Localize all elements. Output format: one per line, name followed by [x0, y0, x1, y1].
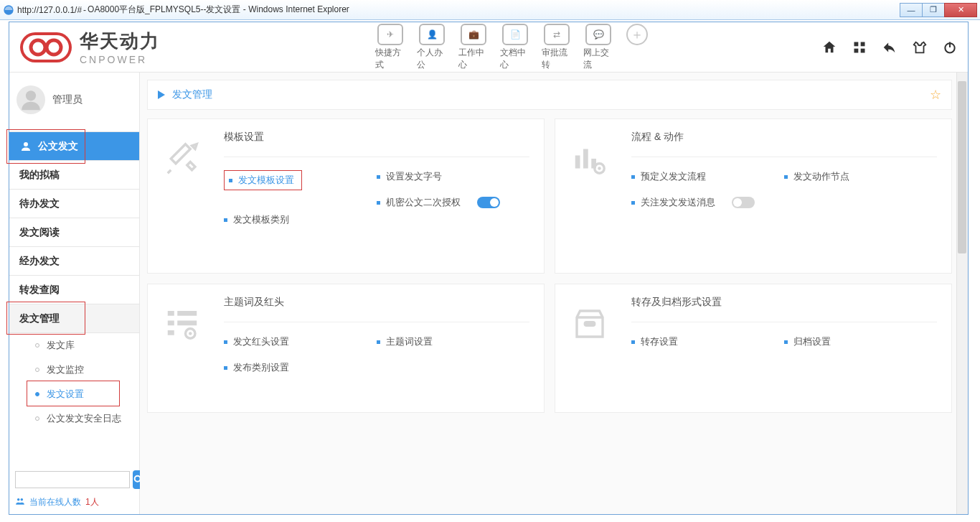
people-icon	[15, 496, 25, 508]
online-count: 当前在线人数 1人	[15, 496, 133, 508]
nav-item-manage[interactable]: 发文管理	[9, 304, 139, 333]
logo: 华天动力 CNPOWER	[19, 29, 160, 65]
topnav-personal[interactable]: 👤 个人办公	[417, 24, 447, 71]
window-url: http://127.0.0.1/#	[17, 5, 82, 15]
circle-icon	[35, 416, 39, 421]
avatar[interactable]	[17, 85, 45, 114]
toggle-off[interactable]	[732, 197, 755, 208]
nav-item-forward[interactable]: 转发查阅	[9, 276, 139, 304]
nav-item-todo[interactable]: 待办发文	[9, 190, 139, 218]
svg-rect-26	[168, 330, 174, 335]
card-process: 流程 & 动作 预定义发文流程 关注发文发送消息 发文动作节点	[555, 118, 952, 274]
link-template-category[interactable]: 发文模板类别	[224, 213, 377, 226]
tools-icon	[148, 119, 217, 273]
subnav-item-security[interactable]: 公文发文安全日志	[9, 406, 139, 431]
window-close[interactable]: ✕	[944, 3, 977, 17]
link-redhead[interactable]: 发文红头设置	[224, 335, 377, 348]
link-publish-category[interactable]: 发布类别设置	[224, 361, 377, 374]
document-icon: 📄	[510, 29, 521, 39]
chat-icon: 💬	[593, 29, 604, 39]
username: 管理员	[52, 93, 83, 106]
subnav-item-library[interactable]: 发文库	[9, 333, 139, 358]
subnav-item-settings[interactable]: 发文设置	[9, 382, 139, 406]
topnav-docs[interactable]: 📄 文档中心	[500, 24, 530, 71]
svg-rect-6	[861, 42, 865, 46]
topnav-work[interactable]: 💼 工作中心	[458, 24, 489, 71]
card-title: 流程 & 动作	[631, 131, 937, 157]
svg-rect-24	[168, 321, 174, 326]
page-title: 发文管理	[172, 88, 212, 101]
svg-point-28	[189, 332, 192, 335]
link-doc-number[interactable]: 设置发文字号	[377, 170, 529, 183]
link-template-settings[interactable]: 发文模板设置	[224, 170, 302, 190]
link-archive[interactable]: 归档设置	[784, 335, 937, 348]
svg-point-12	[24, 142, 28, 146]
user-gear-icon: 👤	[427, 29, 438, 39]
link-secret-auth[interactable]: 机密公文二次授权	[377, 196, 529, 209]
power-icon[interactable]	[942, 39, 958, 55]
link-action-node[interactable]: 发文动作节点	[784, 170, 937, 183]
link-follow-msg[interactable]: 关注发文发送消息	[631, 196, 784, 209]
nav-item-gongwen[interactable]: 公文发文	[9, 132, 139, 161]
paperplane-icon: ✈	[387, 29, 394, 39]
breadcrumb: 发文管理 ☆	[147, 80, 952, 110]
window-title: OA8000平台版_FPLMYSQL5--发文设置 - Windows Inte…	[88, 4, 349, 16]
svg-rect-18	[583, 149, 588, 169]
svg-rect-23	[177, 311, 197, 316]
plus-icon: ＋	[626, 24, 648, 45]
flow-icon: ⇄	[553, 29, 560, 39]
svg-point-11	[26, 90, 36, 101]
link-transfer[interactable]: 转存设置	[631, 335, 784, 348]
svg-point-16	[21, 498, 23, 501]
sidebar: 管理员 公文发文 我的拟稿 待办发文 发文阅读 经办发文 转发查阅 发文管理	[9, 73, 140, 514]
user-widget: 管理员	[9, 73, 139, 131]
circle-icon	[35, 368, 39, 372]
toggle-on[interactable]	[477, 197, 500, 208]
app-frame: 华天动力 CNPOWER ✈ 快捷方式 👤 个人办公 💼 工作中心 📄 文档中心	[9, 22, 969, 515]
svg-rect-25	[177, 321, 197, 326]
reply-icon[interactable]	[882, 39, 897, 55]
star-icon[interactable]: ☆	[930, 87, 941, 103]
link-subject-word[interactable]: 主题词设置	[377, 335, 529, 348]
subnav-item-monitor[interactable]: 发文监控	[9, 358, 139, 382]
tshirt-icon[interactable]	[912, 39, 928, 55]
chart-gear-icon	[555, 119, 624, 273]
scroll-thumb[interactable]	[958, 81, 966, 253]
main-panel: 发文管理 ☆ 模板设置 发文模板设置	[140, 73, 968, 514]
topnav-approval[interactable]: ⇄ 审批流转	[542, 24, 572, 71]
home-icon[interactable]	[821, 39, 837, 55]
link-predefined-flow[interactable]: 预定义发文流程	[631, 170, 784, 183]
top-nav: ✈ 快捷方式 👤 个人办公 💼 工作中心 📄 文档中心 ⇄ 审批流转 💬 网	[375, 24, 649, 71]
nav-item-read[interactable]: 发文阅读	[9, 218, 139, 247]
header: 华天动力 CNPOWER ✈ 快捷方式 👤 个人办公 💼 工作中心 📄 文档中心	[9, 22, 968, 73]
nav-menu: 公文发文 我的拟稿 待办发文 发文阅读 经办发文 转发查阅 发文管理 发文库 发…	[9, 131, 139, 431]
ie-icon	[3, 4, 14, 16]
triangle-icon	[158, 90, 165, 99]
apps-icon[interactable]	[852, 39, 867, 55]
svg-rect-29	[585, 322, 595, 326]
svg-point-21	[598, 167, 601, 170]
card-title: 转存及归档形式设置	[631, 296, 937, 322]
logo-mark-icon	[19, 32, 72, 63]
archive-icon	[555, 284, 624, 412]
svg-rect-5	[854, 42, 859, 46]
svg-rect-8	[861, 48, 865, 52]
nav-item-draft[interactable]: 我的拟稿	[9, 161, 139, 190]
scrollbar[interactable]	[956, 73, 968, 514]
topnav-chat[interactable]: 💬 网上交流	[583, 24, 613, 71]
svg-rect-22	[168, 311, 174, 316]
topnav-add[interactable]: ＋	[625, 24, 649, 71]
window-minimize[interactable]: —	[900, 3, 923, 17]
card-template: 模板设置 发文模板设置 发文模板类别 设置发文字号 机密公文二次授权	[147, 118, 545, 274]
list-gear-icon	[148, 284, 217, 412]
svg-rect-17	[575, 156, 580, 169]
sidebar-search	[15, 470, 133, 489]
top-right	[821, 39, 958, 55]
window-titlebar: http://127.0.0.1/# - OA8000平台版_FPLMYSQL5…	[0, 0, 980, 20]
search-input[interactable]	[15, 471, 130, 488]
circle-icon	[35, 392, 39, 396]
svg-point-15	[17, 498, 20, 501]
window-maximize[interactable]: ❐	[922, 3, 945, 17]
topnav-shortcut[interactable]: ✈ 快捷方式	[375, 24, 405, 71]
nav-item-done[interactable]: 经办发文	[9, 247, 139, 276]
